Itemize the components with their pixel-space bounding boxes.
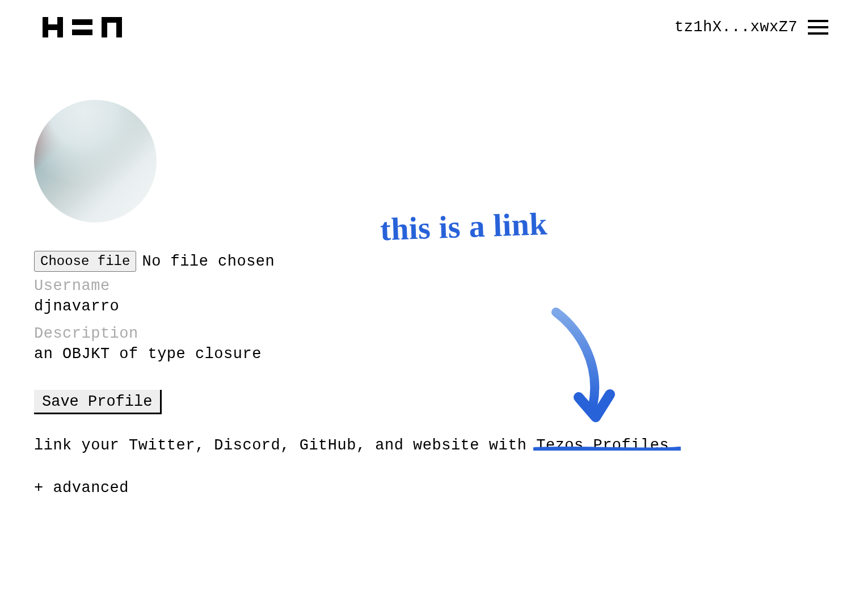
file-input-row: Choose file No file chosen xyxy=(34,251,834,272)
svg-rect-4 xyxy=(72,30,92,35)
link-accounts-text: link your Twitter, Discord, GitHub, and … xyxy=(34,437,834,454)
svg-rect-7 xyxy=(116,17,122,37)
header: tz1hX...xwxZ7 xyxy=(0,0,868,37)
logo-icon[interactable] xyxy=(43,17,122,37)
choose-file-button[interactable]: Choose file xyxy=(34,251,136,272)
menu-icon[interactable] xyxy=(808,20,828,35)
svg-rect-2 xyxy=(57,17,63,37)
description-field[interactable]: an OBJKT of type closure xyxy=(34,346,834,363)
description-label: Description xyxy=(34,325,834,342)
wallet-address[interactable]: tz1hX...xwxZ7 xyxy=(675,19,798,36)
link-text-prefix: link your Twitter, Discord, GitHub, and … xyxy=(34,437,536,454)
username-field[interactable]: djnavarro xyxy=(34,298,834,315)
header-right: tz1hX...xwxZ7 xyxy=(675,19,828,36)
svg-rect-3 xyxy=(72,19,92,25)
avatar xyxy=(34,100,157,222)
advanced-toggle[interactable]: + advanced xyxy=(34,480,834,497)
file-status-text: No file chosen xyxy=(142,253,275,270)
tezos-profiles-link[interactable]: Tezos Profiles xyxy=(536,437,669,454)
username-label: Username xyxy=(34,278,834,295)
profile-form: Choose file No file chosen Username djna… xyxy=(0,37,868,497)
save-profile-button[interactable]: Save Profile xyxy=(34,390,162,414)
